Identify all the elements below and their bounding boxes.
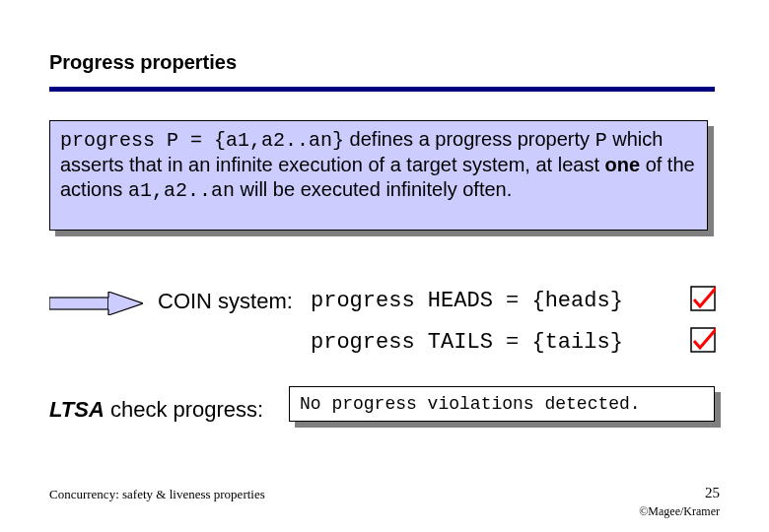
svg-rect-3 [691, 287, 715, 310]
ltsa-label-italic: LTSA [49, 397, 105, 422]
def-text-3: will be executed infinitely often. [235, 178, 512, 200]
def-bold: one [605, 154, 641, 175]
definition-box: progress P = {a1,a2..an} defines a progr… [49, 120, 708, 231]
svg-rect-0 [49, 298, 108, 309]
ltsa-label: LTSA check progress: [49, 397, 263, 423]
page-number: 25 [705, 485, 720, 501]
def-code-3: a1,a2..an [128, 179, 235, 202]
coin-label: COIN system: [158, 289, 293, 314]
slide: Progress properties progress P = {a1,a2.… [0, 0, 769, 532]
checkbox-checked-icon [690, 286, 716, 311]
def-text-1a: defines a progress property [344, 128, 595, 150]
progress-heads-code: progress HEADS = {heads} [311, 289, 623, 313]
progress-tails-code: progress TAILS = {tails} [311, 330, 623, 355]
page-title: Progress properties [49, 51, 237, 74]
footer-topic: Concurrency: safety & liveness propertie… [49, 487, 265, 502]
svg-rect-2 [108, 298, 110, 309]
ltsa-label-rest: check progress: [105, 397, 263, 422]
copyright: ©Magee/Kramer [639, 504, 720, 519]
arrow-right-icon [49, 292, 143, 315]
def-code-1: progress P = {a1,a2..an} [60, 129, 344, 152]
svg-rect-4 [691, 328, 715, 352]
checkbox-checked-icon [690, 327, 716, 353]
svg-marker-1 [108, 292, 143, 315]
title-underline [49, 87, 715, 92]
def-code-2: P [595, 129, 607, 152]
result-text: No progress violations detected. [300, 394, 641, 414]
result-box: No progress violations detected. [289, 386, 715, 422]
